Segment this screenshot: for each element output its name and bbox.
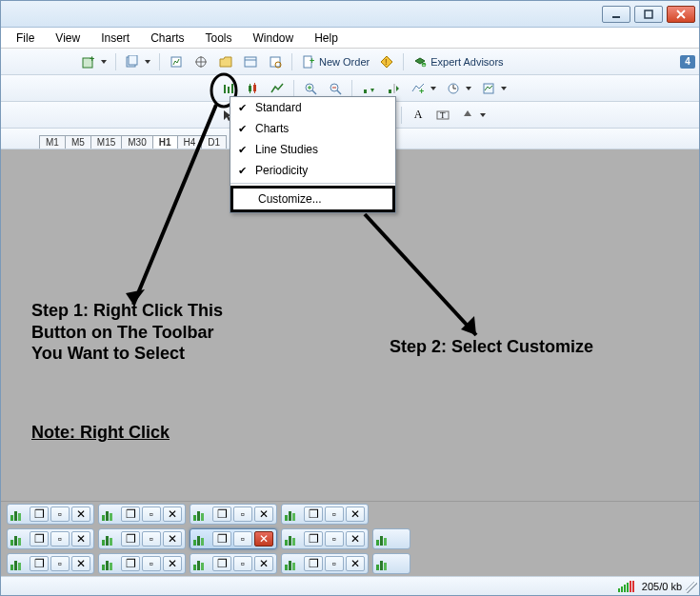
window-tile[interactable]: ❐▫✕ <box>281 553 369 574</box>
period-h4[interactable]: H4 <box>177 135 203 149</box>
menu-insert[interactable]: Insert <box>91 30 139 47</box>
tile-close-icon[interactable]: ✕ <box>346 556 365 571</box>
restore-icon[interactable]: ▫ <box>325 507 344 522</box>
period-d1[interactable]: D1 <box>201 135 227 149</box>
cascade-icon[interactable]: ❐ <box>304 556 323 571</box>
window-tile-active[interactable]: ❐▫✕ <box>190 528 277 549</box>
expert-advisors-button[interactable]: + Expert Advisors <box>409 51 507 72</box>
tile-close-icon[interactable]: ✕ <box>346 507 365 522</box>
arrows-button[interactable] <box>456 105 490 126</box>
close-button[interactable] <box>667 6 695 23</box>
restore-icon[interactable]: ▫ <box>233 556 252 571</box>
menu-charts[interactable]: Charts <box>141 30 193 47</box>
templates-button[interactable] <box>477 78 510 99</box>
new-order-button[interactable]: + New Order <box>297 51 373 72</box>
traffic-label: 205/0 kb <box>642 581 682 592</box>
window-tile[interactable]: ❐▫✕ <box>281 504 369 525</box>
cascade-icon[interactable]: ❐ <box>212 556 231 571</box>
cascade-icon[interactable]: ❐ <box>121 531 140 546</box>
periodicity-button[interactable] <box>442 78 475 99</box>
strategy-tester-button[interactable] <box>264 51 287 72</box>
chevron-down-icon <box>480 113 486 117</box>
separator <box>291 53 292 70</box>
line-chart-icon <box>270 81 285 96</box>
window-tile[interactable]: ❐▫✕ <box>7 504 94 525</box>
restore-icon[interactable]: ▫ <box>50 507 70 522</box>
maximize-button[interactable] <box>634 6 663 23</box>
cascade-icon[interactable]: ❐ <box>30 556 49 571</box>
cascade-icon[interactable]: ❐ <box>121 556 140 571</box>
window-tile[interactable]: ❐▫✕ <box>281 528 369 549</box>
minimize-button[interactable] <box>602 6 630 23</box>
data-window-button[interactable] <box>214 51 237 72</box>
window-tile[interactable]: ❐▫✕ <box>190 553 277 574</box>
toolbar-context-menu: Standard Charts Line Studies Periodicity… <box>230 96 396 213</box>
restore-icon[interactable]: ▫ <box>50 531 70 546</box>
text-label-button[interactable]: T <box>431 105 454 126</box>
window-tiles-area: ❐▫✕ ❐▫✕ ❐▫✕ ❐▫✕ ❐▫✕ ❐▫✕ ❐▫✕ ❐▫✕ ❐▫✕ ❐▫✕ … <box>1 501 699 576</box>
tile-close-icon[interactable]: ✕ <box>163 531 182 546</box>
tile-close-icon[interactable]: ✕ <box>254 531 273 546</box>
indicators-button[interactable]: + <box>407 78 440 99</box>
new-chart-button[interactable]: + <box>77 51 110 72</box>
window-tile[interactable]: ❐▫✕ <box>98 528 186 549</box>
cm-item-standard[interactable]: Standard <box>230 97 395 118</box>
period-m15[interactable]: M15 <box>90 135 122 149</box>
titlebar <box>1 1 699 28</box>
notification-badge[interactable]: 4 <box>680 55 695 69</box>
menu-window[interactable]: Window <box>244 30 304 47</box>
tile-close-icon[interactable]: ✕ <box>254 507 273 522</box>
period-m1[interactable]: M1 <box>39 135 66 149</box>
tile-close-icon[interactable]: ✕ <box>163 507 182 522</box>
cascade-icon[interactable]: ❐ <box>30 531 49 546</box>
window-tile[interactable]: ❐▫✕ <box>98 504 186 525</box>
window-tile[interactable]: ❐▫✕ <box>98 553 186 574</box>
text-button[interactable]: A <box>407 105 430 126</box>
cascade-icon[interactable]: ❐ <box>212 531 231 546</box>
tile-close-icon[interactable]: ✕ <box>254 556 273 571</box>
window-tile[interactable]: ❐▫✕ <box>190 504 277 525</box>
window-tile[interactable]: ❐▫✕ <box>7 553 94 574</box>
cascade-icon[interactable]: ❐ <box>212 507 231 522</box>
market-watch-button[interactable] <box>165 51 188 72</box>
svg-rect-41 <box>389 89 391 93</box>
navigator-button[interactable] <box>190 51 212 72</box>
cm-item-line-studies[interactable]: Line Studies <box>230 139 395 160</box>
resize-grip-icon[interactable] <box>686 582 697 593</box>
tile-close-icon[interactable]: ✕ <box>163 556 182 571</box>
restore-icon[interactable]: ▫ <box>325 531 344 546</box>
menubar: File View Insert Charts Tools Window Hel… <box>1 28 699 49</box>
cm-item-charts[interactable]: Charts <box>230 118 395 139</box>
tile-close-icon[interactable]: ✕ <box>346 531 365 546</box>
restore-icon[interactable]: ▫ <box>233 531 252 546</box>
cm-item-periodicity[interactable]: Periodicity <box>230 160 395 181</box>
tile-close-icon[interactable]: ✕ <box>71 556 90 571</box>
tile-close-icon[interactable]: ✕ <box>71 507 90 522</box>
window-tile[interactable] <box>372 553 410 574</box>
menu-help[interactable]: Help <box>305 30 348 47</box>
window-row: ❐▫✕ ❐▫✕ ❐▫✕ ❐▫✕ <box>1 502 699 526</box>
period-m30[interactable]: M30 <box>121 135 152 149</box>
menu-tools[interactable]: Tools <box>196 30 242 47</box>
restore-icon[interactable]: ▫ <box>142 507 161 522</box>
menu-view[interactable]: View <box>46 30 90 47</box>
cascade-icon[interactable]: ❐ <box>121 507 140 522</box>
restore-icon[interactable]: ▫ <box>142 556 161 571</box>
cm-item-customize[interactable]: Customize... <box>230 186 395 212</box>
period-h1[interactable]: H1 <box>152 135 178 149</box>
restore-icon[interactable]: ▫ <box>233 507 252 522</box>
terminal-button[interactable] <box>239 51 262 72</box>
period-m5[interactable]: M5 <box>65 135 91 149</box>
tile-close-icon[interactable]: ✕ <box>71 531 90 546</box>
menu-file[interactable]: File <box>7 30 44 47</box>
restore-icon[interactable]: ▫ <box>325 556 344 571</box>
restore-icon[interactable]: ▫ <box>142 531 161 546</box>
restore-icon[interactable]: ▫ <box>50 556 70 571</box>
cascade-icon[interactable]: ❐ <box>30 507 49 522</box>
profiles-button[interactable] <box>121 51 154 72</box>
window-tile[interactable] <box>372 528 410 549</box>
cascade-icon[interactable]: ❐ <box>304 507 323 522</box>
window-tile[interactable]: ❐▫✕ <box>7 528 94 549</box>
cascade-icon[interactable]: ❐ <box>304 531 323 546</box>
alert-button[interactable]: ! <box>375 51 398 72</box>
